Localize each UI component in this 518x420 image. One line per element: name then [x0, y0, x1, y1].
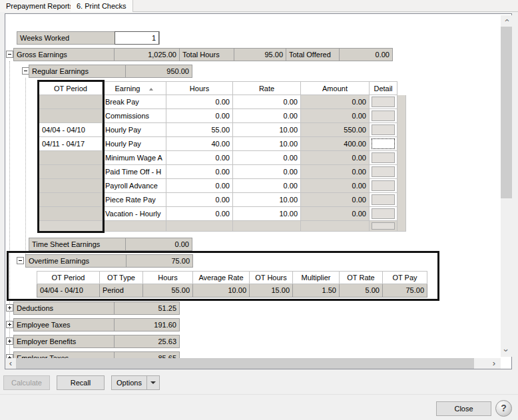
- table-row[interactable]: Paid Time Off - H 0.00 0.00 0.00: [39, 165, 397, 179]
- cell-hours: [166, 221, 233, 232]
- deductions-label: Deductions: [14, 302, 114, 314]
- table-row-empty[interactable]: [39, 221, 397, 232]
- cell-ot-period: 04/04 - 04/10: [37, 284, 100, 298]
- tab-prepayment-reports[interactable]: Prepayment Reports: [0, 0, 80, 12]
- cell-earning: Hourly Pay: [103, 123, 166, 137]
- employer-benefits-row: Employer Benefits 25.63: [13, 335, 180, 348]
- expand-icon[interactable]: [6, 304, 13, 312]
- scroll-right-icon[interactable]: ›: [489, 358, 499, 369]
- table-row[interactable]: Commissions 0.00 0.00 0.00: [39, 109, 397, 123]
- column-header-hours[interactable]: Hours: [166, 81, 233, 95]
- column-header-average-rate[interactable]: Average Rate: [193, 271, 250, 284]
- column-header-ot-period[interactable]: OT Period: [39, 81, 103, 95]
- collapse-icon[interactable]: [17, 257, 24, 264]
- gross-earnings-value: 1,025.00: [114, 49, 179, 61]
- column-header-earning[interactable]: Earning: [103, 81, 166, 95]
- employer-benefits-value: 25.63: [114, 335, 179, 347]
- table-row[interactable]: 04/04 - 04/10 Hourly Pay 55.00 10.00 550…: [39, 123, 397, 137]
- detail-button-focused[interactable]: [372, 138, 395, 149]
- cell-earning: Minimum Wage A: [103, 151, 166, 165]
- cell-ot-period: [39, 109, 103, 123]
- cell-amount: 0.00: [301, 193, 370, 207]
- employer-taxes-row: Employer Taxes 85.65: [13, 351, 180, 358]
- cell-multiplier: 1.50: [293, 284, 340, 298]
- table-row[interactable]: Vacation - Hourly 0.00 10.00 0.00: [39, 207, 397, 221]
- collapse-icon[interactable]: [6, 51, 13, 58]
- close-button[interactable]: Close: [436, 401, 491, 416]
- detail-button[interactable]: [372, 222, 395, 230]
- table-row[interactable]: Break Pay 0.00 0.00 0.00: [39, 95, 397, 109]
- cell-hours: 0.00: [166, 179, 233, 193]
- weeks-worked-label: Weeks Worked: [17, 32, 115, 44]
- detail-button[interactable]: [372, 180, 395, 191]
- cell-detail: [370, 193, 397, 207]
- total-hours-label: Total Hours: [179, 49, 234, 61]
- table-row[interactable]: Payroll Advance 0.00 0.00 0.00: [39, 179, 397, 193]
- column-header-ot-hours[interactable]: OT Hours: [250, 271, 293, 284]
- scroll-down-icon[interactable]: ›: [501, 345, 512, 357]
- cell-rate: 10.00: [233, 123, 301, 137]
- tab-print-checks[interactable]: 6. Print Checks: [71, 0, 133, 12]
- cell-rate: 0.00: [233, 151, 301, 165]
- detail-button[interactable]: [372, 97, 395, 107]
- detail-button[interactable]: [372, 124, 395, 135]
- cell-rate: 0.00: [233, 95, 301, 109]
- cell-hours: 0.00: [166, 207, 233, 221]
- help-button[interactable]: ?: [495, 400, 512, 417]
- cell-average-rate: 10.00: [193, 284, 250, 298]
- cell-amount: [301, 221, 370, 232]
- column-header-hours[interactable]: Hours: [143, 271, 193, 284]
- cell-detail: [370, 207, 397, 221]
- column-header-ot-period[interactable]: OT Period: [37, 271, 100, 284]
- detail-button[interactable]: [372, 152, 395, 163]
- cell-earning: Commissions: [103, 109, 166, 123]
- horizontal-scrollbar-thumb[interactable]: [16, 358, 474, 369]
- cell-ot-period: [39, 193, 103, 207]
- expand-icon[interactable]: [6, 337, 13, 345]
- expand-icon[interactable]: [6, 321, 13, 328]
- gross-earnings-label: Gross Earnings: [14, 49, 114, 61]
- column-header-amount[interactable]: Amount: [301, 81, 370, 95]
- column-header-detail[interactable]: Detail: [370, 81, 397, 95]
- vertical-scrollbar[interactable]: › ›: [501, 15, 512, 357]
- table-row[interactable]: 04/04 - 04/10 Period 55.00 10.00 15.00 1…: [37, 284, 427, 298]
- cell-earning: Paid Time Off - H: [103, 165, 166, 179]
- overtime-earnings-label: Overtime Earnings: [26, 255, 126, 267]
- options-dropdown[interactable]: [147, 376, 159, 389]
- scroll-up-icon[interactable]: ›: [501, 15, 512, 27]
- cell-earning: Hourly Pay: [103, 137, 166, 151]
- cell-amount: 0.00: [301, 95, 370, 109]
- recall-button[interactable]: Recall: [57, 375, 105, 390]
- options-button[interactable]: Options: [111, 375, 160, 390]
- detail-button[interactable]: [372, 110, 395, 121]
- cell-ot-type: Period: [100, 284, 143, 298]
- column-header-ot-rate[interactable]: OT Rate: [340, 271, 383, 284]
- table-row[interactable]: 04/11 - 04/17 Hourly Pay 40.00 10.00 400…: [39, 137, 397, 151]
- sort-ascending-icon: [149, 88, 153, 91]
- regular-earnings-table: OT Period Earning Hours Rate Amount Deta…: [39, 81, 397, 232]
- cell-hours: 0.00: [166, 109, 233, 123]
- cell-amount: 0.00: [301, 109, 370, 123]
- scroll-left-icon[interactable]: ‹: [5, 358, 16, 369]
- cell-hours: 55.00: [143, 284, 193, 298]
- cell-amount: 0.00: [301, 165, 370, 179]
- cell-detail: [370, 221, 397, 232]
- column-header-multiplier[interactable]: Multiplier: [293, 271, 340, 284]
- column-header-rate[interactable]: Rate: [233, 81, 301, 95]
- detail-button[interactable]: [372, 166, 395, 177]
- column-header-ot-pay[interactable]: OT Pay: [383, 271, 427, 284]
- cell-detail: [370, 179, 397, 193]
- cell-rate: 0.00: [233, 109, 301, 123]
- weeks-worked-input[interactable]: [115, 31, 159, 45]
- table-row[interactable]: Minimum Wage A 0.00 0.00 0.00: [39, 151, 397, 165]
- cell-rate: 10.00: [233, 207, 301, 221]
- horizontal-scrollbar[interactable]: ‹ ›: [5, 358, 501, 369]
- calculate-button[interactable]: Calculate: [3, 375, 50, 390]
- cell-ot-period: [39, 95, 103, 109]
- table-row[interactable]: Piece Rate Pay 0.00 10.00 0.00: [39, 193, 397, 207]
- column-header-ot-type[interactable]: OT Type: [100, 271, 143, 284]
- employee-taxes-label: Employee Taxes: [14, 319, 114, 331]
- vertical-scrollbar-thumb[interactable]: [501, 27, 512, 198]
- detail-button[interactable]: [372, 194, 395, 205]
- detail-button[interactable]: [372, 208, 395, 219]
